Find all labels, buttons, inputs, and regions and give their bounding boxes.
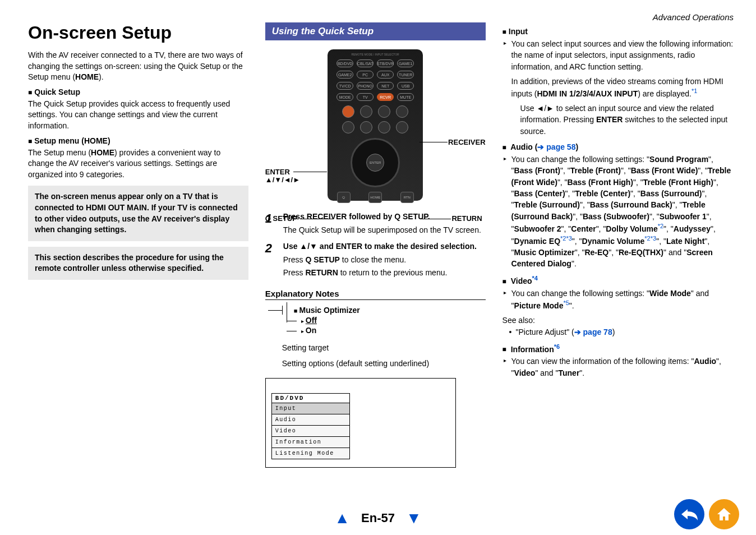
see-also-item: "Picture Adjust" (➔ page 78) — [508, 326, 734, 338]
footnote-4[interactable]: *4 — [532, 275, 538, 282]
quick-setup-body: The Quick Setup provides quick access to… — [28, 99, 248, 132]
information-body: You can view the information of the foll… — [503, 356, 734, 379]
column-1: On-screen Setup With the AV receiver con… — [28, 22, 248, 468]
menu-item-information: Information — [271, 437, 350, 448]
information-heading: Information*6 — [503, 343, 734, 354]
quick-setup-banner: Using the Quick Setup — [265, 22, 486, 40]
label-receiver: RECEIVER — [448, 138, 485, 146]
callout-remote-procedure: This section describes the procedure for… — [28, 247, 248, 280]
page-title: On-screen Setup — [28, 22, 248, 43]
menu-item-audio: Audio — [271, 414, 350, 426]
menu-item-video: Video — [271, 426, 350, 437]
audio-body: You can change the following settings: "… — [503, 154, 734, 269]
label-enter-arrows: ENTER ▲/▼/◄/► — [265, 168, 300, 185]
explanatory-notes-heading: Explanatory Notes — [265, 289, 486, 300]
menu-header: BD/DVD — [271, 393, 350, 403]
link-page-58[interactable]: ➔ page 58 — [537, 142, 575, 151]
option-diagram: ■ Music Optimizer Off On — [282, 306, 486, 335]
prev-page-arrow-icon[interactable]: ▲ — [334, 509, 350, 527]
footnote-3a[interactable]: *3 — [566, 235, 571, 242]
line-return — [422, 219, 451, 219]
menu-item-listening-mode: Listening Mode — [271, 448, 350, 459]
footnote-1[interactable]: *1 — [692, 87, 697, 94]
setup-menu-heading: Setup menu (HOME) — [28, 136, 248, 145]
quick-setup-heading: Quick Setup — [28, 87, 248, 96]
footnote-2a[interactable]: *2 — [658, 223, 663, 229]
input-heading: Input — [503, 27, 734, 36]
step-2-line1: Use ▲/▼ and ENTER to make the desired se… — [283, 241, 486, 252]
column-3: Input You can select input sources and v… — [503, 22, 734, 468]
step-2-line2: Press Q SETUP to close the menu. — [283, 255, 486, 266]
intro-text: With the AV receiver connected to a TV, … — [28, 50, 248, 83]
remote-image: REMOTE MODE / INPUT SELECTOR BD/DVDCBL/S… — [328, 49, 423, 201]
setting-target-label: Setting target — [282, 343, 486, 354]
menu-item-input: Input — [271, 403, 350, 414]
step-2: 2 Use ▲/▼ and ENTER to make the desired … — [265, 241, 486, 279]
see-also-label: See also: — [503, 315, 734, 326]
line-receiver — [420, 142, 448, 142]
step-2-number: 2 — [265, 241, 276, 279]
page-footer: ▲ En-57 ▼ — [0, 509, 756, 527]
line-qsetup — [300, 219, 334, 219]
onscreen-menu-mock: BD/DVD Input Audio Video Information Lis… — [265, 378, 456, 468]
label-qsetup: Q SETUP — [265, 214, 297, 223]
label-return: RETURN — [451, 214, 482, 223]
input-body-3: Use ◄/► to select an input source and vi… — [503, 103, 734, 137]
step-1-line2: The Quick Setup will be superimposed on … — [283, 225, 486, 236]
next-page-arrow-icon[interactable]: ▼ — [406, 509, 422, 527]
header-section: Advanced Operations — [653, 12, 734, 22]
footnote-2b[interactable]: *2 — [560, 235, 566, 242]
footnote-3b[interactable]: *3 — [651, 235, 656, 242]
home-icon[interactable] — [709, 499, 739, 529]
back-icon[interactable] — [674, 499, 704, 529]
footnote-6[interactable]: *6 — [554, 343, 560, 350]
column-2: Using the Quick Setup REMOTE MODE / INPU… — [265, 22, 486, 468]
footnote-5[interactable]: *5 — [563, 299, 569, 306]
callout-hdmi-main: The on-screen menus appear only on a TV … — [28, 186, 248, 241]
audio-heading: Audio (➔ page 58) — [503, 142, 734, 151]
line-enter — [293, 172, 327, 172]
input-body-1: You can select input sources and view th… — [503, 38, 734, 72]
page-number: En-57 — [361, 511, 395, 525]
setting-options-label: Setting options (default setting underli… — [282, 358, 486, 370]
video-heading: Video*4 — [503, 275, 734, 285]
remote-diagram: REMOTE MODE / INPUT SELECTOR BD/DVDCBL/S… — [265, 46, 486, 206]
setup-menu-body: The Setup menu (HOME) provides a conveni… — [28, 147, 248, 181]
step-2-line3: Press RETURN to return to the previous m… — [283, 268, 486, 279]
video-body: You can change the following settings: "… — [503, 288, 734, 311]
footnote-2c[interactable]: *2 — [644, 235, 650, 242]
input-body-2: In addition, previews of the video strea… — [503, 76, 734, 99]
link-page-78[interactable]: ➔ page 78 — [574, 328, 612, 336]
